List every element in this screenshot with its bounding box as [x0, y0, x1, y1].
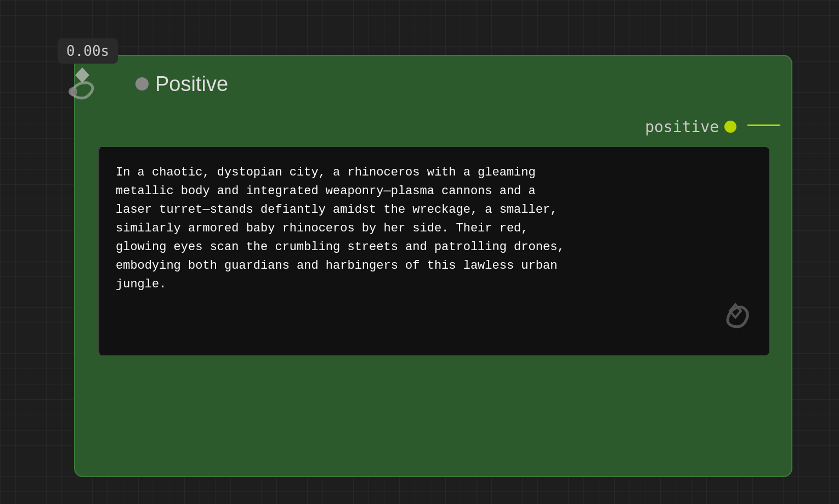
timer-value: 0.00s — [66, 43, 109, 59]
connector-line — [747, 124, 780, 126]
svg-marker-0 — [75, 67, 89, 83]
output-dot — [724, 121, 736, 133]
card-header: Positive — [86, 67, 780, 107]
output-label-row: positive — [97, 118, 769, 147]
card-title: Positive — [155, 72, 228, 96]
header-circle-icon — [135, 77, 149, 90]
svg-point-1 — [69, 87, 77, 96]
node-container: 0.00s Positive positive — [47, 27, 792, 477]
text-box[interactable]: In a chaotic, dystopian city, a rhinocer… — [97, 147, 769, 355]
text-content: In a chaotic, dystopian city, a rhinocer… — [116, 163, 753, 295]
main-card: Positive positive In a chaotic, dystopia… — [74, 55, 792, 477]
brand-logo-top — [58, 58, 107, 107]
output-label: positive — [645, 118, 719, 136]
content-area: positive In a chaotic, dystopian city, a… — [86, 107, 780, 366]
brand-logo-watermark — [715, 299, 758, 344]
